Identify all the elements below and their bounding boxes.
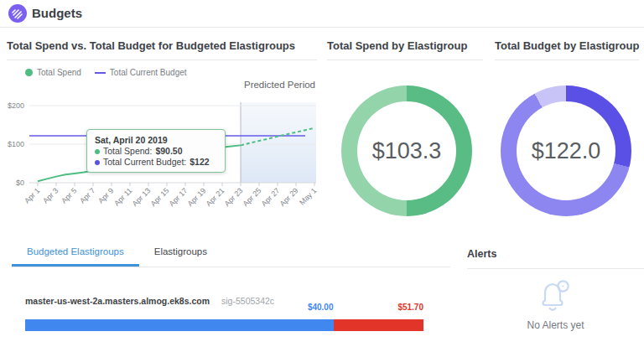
x-axis-label: Apr 27 <box>260 186 282 208</box>
x-axis-label: Apr 29 <box>278 186 300 208</box>
alerts-title: Alerts <box>467 248 496 260</box>
spend-donut-title: Total Spend by Elastigroup <box>327 39 467 52</box>
legend-label: Total Current Budget <box>110 68 187 77</box>
tooltip-date: Sat, April 20 2019 <box>95 134 217 146</box>
y-axis-label: $200 <box>8 101 24 110</box>
elastigroups-tabs: Budgeted Elastigroups Elastigroups <box>12 238 450 267</box>
chart-tooltip: Sat, April 20 2019 Total Spend: $90.50 T… <box>86 129 226 173</box>
x-axis-label: Apr 25 <box>242 186 263 208</box>
chart-legend: Total Spend Total Current Budget <box>25 68 187 77</box>
x-axis-label: Apr 17 <box>168 186 190 208</box>
budget-bar-spend-label: $40.00 <box>25 303 334 312</box>
budget-donut-title: Total Budget by Elastigroup <box>495 39 639 52</box>
budget-progress-bar[interactable] <box>25 319 423 331</box>
legend-dot-icon <box>25 69 33 76</box>
x-axis-label: Apr 21 <box>205 186 226 208</box>
x-axis-label: Apr 19 <box>186 186 208 208</box>
donut-hole: $122.0 <box>517 101 615 200</box>
line-panel-divider <box>7 60 317 60</box>
x-axis-label: May 1 <box>298 186 318 206</box>
budget-donut-chart[interactable]: $122.0 <box>501 85 631 216</box>
x-axis-label: Apr 13 <box>131 186 153 208</box>
spotinst-logo-icon[interactable] <box>8 4 27 23</box>
budget-bar-over <box>334 319 424 331</box>
tooltip-label: Total Spend: <box>103 146 152 157</box>
x-axis-label: Apr 15 <box>149 186 171 208</box>
app-header: Budgets <box>0 0 644 28</box>
spend-bullet-icon <box>95 149 100 154</box>
x-axis-label: Apr 1 <box>23 186 41 205</box>
spend-donut-divider <box>327 60 483 60</box>
y-axis-label: $0 <box>16 179 24 187</box>
legend-item-total-spend[interactable]: Total Spend <box>25 68 81 77</box>
spend-total-value: $103.3 <box>372 138 442 164</box>
legend-item-total-budget[interactable]: Total Current Budget <box>95 68 187 77</box>
tooltip-value: $90.50 <box>155 146 182 157</box>
tooltip-row-spend: Total Spend: $90.50 <box>95 146 217 157</box>
budget-bar-labels: $40.00 $51.70 <box>25 303 423 312</box>
budget-donut-divider <box>495 60 639 60</box>
tooltip-value: $122 <box>190 157 209 168</box>
legend-dash-icon <box>95 72 106 74</box>
budgets-page: Budgets Total Spend vs. Total Budget for… <box>0 0 644 347</box>
tooltip-label: Total Current Budget: <box>103 157 186 168</box>
x-axis-label: Apr 23 <box>223 186 245 208</box>
budget-bullet-icon <box>95 160 100 165</box>
x-axis-label: Apr 3 <box>41 186 60 205</box>
donut-hole: $103.3 <box>357 101 456 200</box>
bell-icon <box>532 275 575 317</box>
x-axis-label: Apr 7 <box>78 186 96 205</box>
budget-bar-total-label: $51.70 <box>334 303 424 312</box>
budget-total-value: $122.0 <box>532 138 601 164</box>
page-title: Budgets <box>32 6 82 20</box>
line-panel-title: Total Spend vs. Total Budget for Budgete… <box>7 39 295 52</box>
budget-bar-spend <box>25 319 334 331</box>
x-axis-label: Apr 11 <box>112 186 133 207</box>
x-axis-label: Apr 5 <box>60 186 78 205</box>
y-axis-label: $100 <box>8 140 24 148</box>
no-alerts-text: No Alerts yet <box>467 319 644 331</box>
predicted-region <box>241 102 316 183</box>
spend-donut-chart[interactable]: $103.3 <box>341 85 472 216</box>
legend-label: Total Spend <box>37 68 81 77</box>
alerts-divider <box>467 268 644 269</box>
tab-budgeted-elastigroups[interactable]: Budgeted Elastigroups <box>12 238 139 267</box>
predicted-period-label: Predicted Period <box>210 80 315 90</box>
tooltip-row-budget: Total Current Budget: $122 <box>95 157 217 168</box>
tab-elastigroups[interactable]: Elastigroups <box>139 238 222 267</box>
